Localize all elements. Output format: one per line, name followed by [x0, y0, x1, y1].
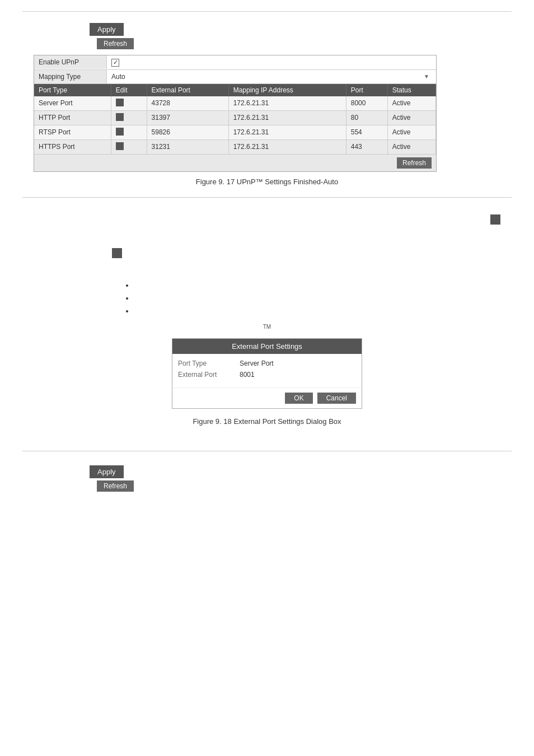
table-refresh-bar: Refresh — [34, 155, 436, 171]
cell-mapping-ip: 172.6.21.31 — [228, 139, 346, 154]
cell-edit[interactable] — [111, 139, 147, 154]
cell-external-port: 43728 — [147, 96, 228, 111]
list-item — [134, 292, 512, 305]
cell-edit[interactable] — [111, 110, 147, 125]
cell-port: 80 — [346, 110, 387, 125]
dialog-port-type-row: Port Type Server Port — [178, 360, 356, 367]
edit-icon-top-right[interactable] — [490, 214, 500, 225]
page-container: Apply Refresh Enable UPnP ✓ Mapping Type… — [0, 0, 534, 511]
section-divider-1 — [22, 197, 512, 198]
refresh-button-1[interactable]: Refresh — [97, 38, 134, 49]
edit-pencil-icon[interactable] — [116, 128, 124, 136]
enable-upnp-checkbox[interactable]: ✓ — [111, 59, 119, 67]
list-item — [134, 305, 512, 318]
edit-pencil-icon[interactable] — [116, 99, 124, 106]
dialog-external-port-row: External Port 8001 — [178, 371, 356, 379]
enable-upnp-label: Enable UPnP — [34, 55, 107, 69]
tm-text: TM — [22, 324, 512, 330]
cell-port: 8000 — [346, 96, 387, 111]
cell-external-port: 31231 — [147, 139, 228, 154]
mapping-type-label: Mapping Type — [34, 70, 107, 83]
table-row: HTTP Port31397172.6.21.3180Active — [34, 110, 436, 125]
cell-status: Active — [387, 125, 435, 139]
col-port: Port — [346, 84, 387, 96]
table-header-row: Port Type Edit External Port Mapping IP … — [34, 84, 436, 96]
mapping-type-row: Mapping Type Auto ▼ — [34, 70, 436, 84]
edit-pencil-icon[interactable] — [116, 142, 124, 150]
cell-status: Active — [387, 139, 435, 154]
section3: Apply Refresh — [22, 457, 512, 500]
list-item — [134, 279, 512, 292]
cell-status: Active — [387, 110, 435, 125]
cell-mapping-ip: 172.6.21.31 — [228, 110, 346, 125]
section1-upnp: Apply Refresh Enable UPnP ✓ Mapping Type… — [22, 23, 512, 186]
table-row: Server Port43728172.6.21.318000Active — [34, 96, 436, 111]
col-external-port: External Port — [147, 84, 228, 96]
edit-pencil-icon[interactable] — [116, 113, 124, 121]
cell-edit[interactable] — [111, 96, 147, 111]
col-mapping-ip: Mapping IP Address — [228, 84, 346, 96]
refresh-button-2[interactable]: Refresh — [97, 480, 134, 492]
cell-port-type: RTSP Port — [34, 125, 111, 139]
table-refresh-button[interactable]: Refresh — [397, 157, 432, 169]
dialog-body: Port Type Server Port External Port 8001 — [172, 354, 362, 388]
col-edit: Edit — [111, 84, 147, 96]
cell-mapping-ip: 172.6.21.31 — [228, 96, 346, 111]
dialog-external-port-value[interactable]: 8001 — [240, 371, 255, 379]
port-table: Port Type Edit External Port Mapping IP … — [34, 84, 436, 155]
cell-edit[interactable] — [111, 125, 147, 139]
cell-port-type: HTTP Port — [34, 110, 111, 125]
section2: TM External Port Settings Port Type Serv… — [22, 203, 512, 445]
dialog-title: External Port Settings — [172, 339, 362, 354]
dialog-footer: OK Cancel — [172, 388, 362, 408]
cell-mapping-ip: 172.6.21.31 — [228, 125, 346, 139]
dialog-external-port-label: External Port — [178, 371, 240, 379]
cell-external-port: 31397 — [147, 110, 228, 125]
mapping-type-select[interactable]: Auto ▼ — [111, 73, 432, 81]
enable-upnp-row: Enable UPnP ✓ — [34, 55, 436, 70]
chevron-down-icon: ▼ — [424, 73, 429, 80]
cell-port: 443 — [346, 139, 387, 154]
apply-button-1[interactable]: Apply — [90, 23, 124, 36]
dialog-ok-button[interactable]: OK — [285, 393, 312, 404]
mapping-type-value: Auto ▼ — [107, 70, 436, 83]
dialog-port-type-label: Port Type — [178, 360, 240, 367]
dialog-wrapper: External Port Settings Port Type Server … — [22, 338, 512, 409]
dialog-port-type-value: Server Port — [240, 360, 274, 367]
cell-port-type: HTTPS Port — [34, 139, 111, 154]
external-port-dialog: External Port Settings Port Type Server … — [172, 338, 362, 409]
col-status: Status — [387, 84, 435, 96]
cell-external-port: 59826 — [147, 125, 228, 139]
top-divider — [22, 11, 512, 12]
figure-caption-2: Figure 9. 18 External Port Settings Dial… — [22, 417, 512, 426]
col-port-type: Port Type — [34, 84, 111, 96]
table-row: RTSP Port59826172.6.21.31554Active — [34, 125, 436, 139]
section-divider-2 — [22, 451, 512, 451]
cell-port: 554 — [346, 125, 387, 139]
bullet-list — [134, 279, 512, 318]
port-table-wrapper: Port Type Edit External Port Mapping IP … — [34, 84, 436, 171]
dialog-cancel-button[interactable]: Cancel — [317, 393, 356, 404]
upnp-settings-table: Enable UPnP ✓ Mapping Type Auto ▼ — [34, 55, 437, 172]
apply-button-2[interactable]: Apply — [90, 465, 124, 478]
cell-status: Active — [387, 96, 435, 111]
table-row: HTTPS Port31231172.6.21.31443Active — [34, 139, 436, 154]
figure-caption-1: Figure 9. 17 UPnP™ Settings Finished-Aut… — [22, 178, 512, 186]
port-table-body: Server Port43728172.6.21.318000ActiveHTT… — [34, 96, 436, 155]
enable-upnp-value[interactable]: ✓ — [107, 55, 436, 69]
edit-icon-mid-left[interactable] — [112, 248, 122, 258]
cell-port-type: Server Port — [34, 96, 111, 111]
